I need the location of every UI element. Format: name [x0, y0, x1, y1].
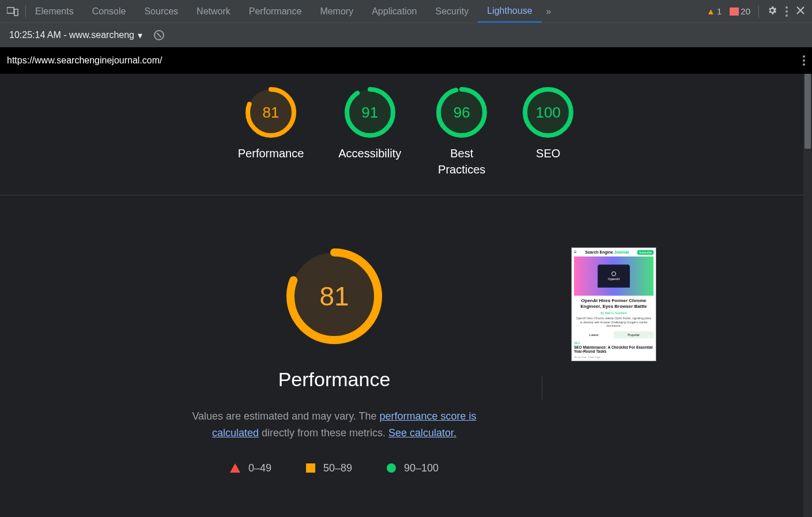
devtools-tabs: Elements Console Sources Network Perform… [26, 0, 556, 22]
desc-text-mid: directly from these metrics. [259, 427, 388, 439]
tab-console[interactable]: Console [83, 0, 135, 22]
chevron-down-icon: ▾ [138, 30, 142, 41]
lighthouse-toolbar: 10:25:14 AM - www.searcheng ▾ [0, 23, 812, 47]
big-gauge-score: 81 [285, 247, 383, 345]
tab-memory[interactable]: Memory [311, 0, 362, 22]
page-screenshot-thumbnail[interactable]: ≡ Search Engine Journal Subscribe OpenAI… [571, 247, 656, 361]
report-dropdown[interactable]: 10:25:14 AM - www.searcheng ▾ [5, 30, 147, 41]
kebab-menu-icon[interactable] [785, 6, 788, 17]
tab-elements[interactable]: Elements [26, 0, 83, 22]
gauge-best-practices-circle: 96 [436, 86, 488, 138]
gauges-row: 81 Performance 91 Accessibility 96 Best … [0, 74, 812, 195]
report-menu-icon[interactable] [803, 55, 805, 66]
tab-network[interactable]: Network [187, 0, 240, 22]
thumb-subscribe: Subscribe [637, 250, 654, 255]
tab-lighthouse[interactable]: Lighthouse [478, 0, 541, 22]
gauge-performance[interactable]: 81 Performance [238, 86, 304, 178]
thumb-tabs: Latest Popular [574, 331, 654, 338]
square-icon [306, 463, 315, 473]
topbar-right: ▲ 1 20 [707, 0, 812, 22]
warning-count: 1 [717, 6, 722, 16]
triangle-icon [230, 463, 240, 473]
gauge-performance-label: Performance [238, 145, 304, 161]
legend-pass: 90–100 [387, 462, 439, 474]
tab-application[interactable]: Application [362, 0, 426, 22]
gauge-best-practices-score: 96 [436, 86, 488, 138]
gauge-seo-score: 100 [522, 86, 574, 138]
legend-avg: 50–89 [306, 462, 352, 474]
scrollbar-thumb[interactable] [805, 74, 811, 149]
gauge-accessibility-label: Accessibility [338, 145, 401, 161]
divider [758, 5, 759, 18]
hamburger-icon: ≡ [574, 250, 577, 255]
thumb-post-meta: 10 min read · 5 hours ago [572, 354, 656, 361]
circle-icon [387, 463, 396, 473]
devtools-topbar: Elements Console Sources Network Perform… [0, 0, 812, 23]
thumb-tab-popular: Popular [614, 331, 654, 338]
detail-right: ≡ Search Engine Journal Subscribe OpenAI… [571, 247, 656, 517]
legend-fail-label: 0–49 [248, 462, 271, 474]
vertical-divider [542, 376, 542, 399]
tab-performance[interactable]: Performance [240, 0, 311, 22]
errors-badge[interactable]: 20 [730, 6, 750, 16]
gauge-accessibility-score: 91 [344, 86, 396, 138]
thumb-hero-graphic: OpenAI [598, 265, 630, 288]
url-bar: https://www.searchenginejournal.com/ [0, 47, 812, 74]
gauge-accessibility[interactable]: 91 Accessibility [338, 86, 401, 178]
warnings-badge[interactable]: ▲ 1 [707, 6, 722, 16]
detail-title: Performance [278, 368, 391, 391]
legend-fail: 0–49 [230, 462, 271, 474]
gauge-best-practices-label: Best Practices [438, 145, 485, 178]
svg-rect-1 [14, 9, 18, 16]
thumb-header: ≡ Search Engine Journal Subscribe [572, 248, 656, 256]
big-gauge: 81 [285, 247, 383, 345]
score-legend: 0–49 50–89 90–100 [230, 462, 439, 474]
gauge-performance-score: 81 [245, 86, 297, 138]
error-icon [730, 7, 739, 16]
detail-left: 81 Performance Values are estimated and … [156, 247, 513, 517]
svg-rect-0 [7, 7, 14, 13]
clear-icon[interactable] [154, 30, 164, 40]
error-count: 20 [741, 6, 750, 16]
thumb-tab-latest: Latest [574, 331, 614, 338]
gauge-accessibility-circle: 91 [344, 86, 396, 138]
thumb-site-title: Search Engine Journal [585, 250, 629, 254]
report-content: 81 Performance 91 Accessibility 96 Best … [0, 74, 812, 517]
detail-description: Values are estimated and may vary. The p… [190, 408, 478, 441]
link-see-calculator[interactable]: See calculator. [388, 427, 456, 439]
settings-icon[interactable] [767, 5, 777, 18]
legend-pass-label: 90–100 [404, 462, 439, 474]
device-toggle-icon[interactable] [0, 7, 25, 16]
thumb-post-title: SEO Maintenance: A Checklist For Essenti… [572, 345, 656, 355]
tab-sources[interactable]: Sources [135, 0, 187, 22]
performance-detail: 81 Performance Values are estimated and … [0, 195, 812, 517]
tab-security[interactable]: Security [426, 0, 478, 22]
thumb-headline: OpenAI Hires Former Chrome Engineer, Eye… [572, 296, 656, 311]
gauge-seo-label: SEO [536, 145, 560, 161]
openai-label: OpenAI [608, 277, 620, 281]
report-dropdown-text: 10:25:14 AM - www.searcheng [9, 30, 134, 40]
gauge-seo-circle: 100 [522, 86, 574, 138]
legend-avg-label: 50–89 [323, 462, 352, 474]
gauge-best-practices[interactable]: 96 Best Practices [436, 86, 488, 178]
warning-icon: ▲ [707, 6, 715, 16]
openai-icon [611, 271, 616, 276]
thumb-summary: OpenAI hires Chrome veteran Darin Fisher… [572, 315, 656, 330]
close-icon[interactable] [796, 6, 805, 17]
scrollbar[interactable] [803, 74, 812, 517]
desc-text-pre: Values are estimated and may vary. The [192, 410, 379, 422]
thumb-post-category: SEO [572, 340, 656, 345]
gauge-performance-circle: 81 [245, 86, 297, 138]
audited-url: https://www.searchenginejournal.com/ [7, 55, 162, 66]
gauge-seo[interactable]: 100 SEO [522, 86, 574, 178]
thumb-hero: OpenAI [574, 256, 654, 296]
more-tabs-button[interactable]: » [542, 0, 556, 22]
